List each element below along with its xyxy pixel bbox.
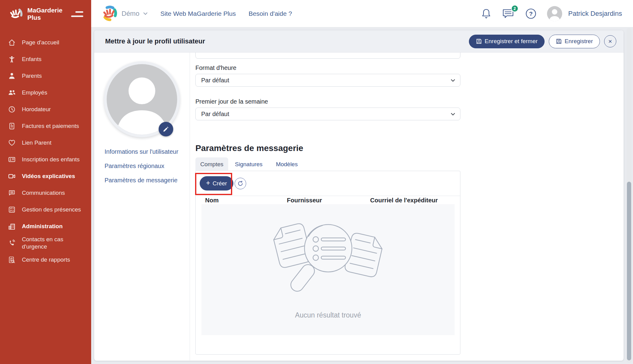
- parent-icon: [8, 72, 16, 80]
- column-courriel: Courriel de l'expéditeur: [370, 197, 438, 204]
- messages-badge: 2: [511, 5, 518, 12]
- employees-icon: [8, 89, 16, 97]
- chevron-down-icon: [451, 79, 455, 82]
- building-icon: [8, 222, 16, 230]
- field-label-premier-jour: Premier jour de la semaine: [195, 98, 624, 105]
- child-icon: [8, 55, 16, 63]
- brand-hands-icon: [8, 6, 24, 22]
- profile-nav-messagerie[interactable]: Paramètres de messagerie: [105, 177, 190, 184]
- field-label-format-heure: Format d'heure: [195, 64, 624, 71]
- chat-icon: [8, 189, 16, 197]
- cutoff-field[interactable]: [195, 53, 460, 59]
- accounts-table-header: Nom Fournisseur Courriel de l'expéditeur: [196, 196, 460, 204]
- sidebar-item-lien-parent[interactable]: Lien Parent: [0, 134, 91, 151]
- id-card-icon: [8, 156, 16, 163]
- heart-icon: [8, 139, 16, 147]
- sidebar-item-inscription[interactable]: Inscription des enfants: [0, 151, 91, 168]
- sidebar-item-communications[interactable]: Communications: [0, 184, 91, 201]
- column-fournisseur: Fournisseur: [287, 197, 322, 204]
- chevron-down-icon: [451, 113, 455, 115]
- refresh-icon: [237, 180, 243, 187]
- close-icon: ×: [608, 38, 612, 45]
- time-format-select[interactable]: Par défaut: [195, 74, 460, 87]
- titlebar: Mettre à jour le profil utilisateur Enre…: [94, 30, 624, 53]
- checklist-icon: [8, 206, 16, 214]
- sidebar-item-factures[interactable]: Factures et paiements: [0, 118, 91, 134]
- sidebar-item-rapports[interactable]: Centre de rapports: [0, 252, 91, 268]
- save-icon: [556, 38, 562, 44]
- tab-modeles[interactable]: Modèles: [269, 157, 304, 171]
- home-icon: [8, 39, 16, 46]
- refresh-button[interactable]: [235, 178, 246, 189]
- sidebar-item-contacts-urgence[interactable]: Contacts en cas d'urgence: [0, 235, 91, 252]
- messages-icon[interactable]: 2: [502, 8, 515, 19]
- empty-results-illustration: [263, 219, 394, 295]
- sidebar-item-horodateur[interactable]: Horodateur: [0, 101, 91, 118]
- notifications-bell-icon[interactable]: [481, 8, 492, 20]
- link-besoin-aide[interactable]: Besoin d'aide ?: [249, 10, 292, 17]
- sidebar-item-administration[interactable]: Administration: [0, 218, 91, 235]
- profile-form-panel: Format d'heure Par défaut Premier jour d…: [190, 53, 624, 360]
- empty-state: Aucun résultat trouvé: [201, 204, 455, 335]
- tab-signatures[interactable]: Signatures: [228, 157, 269, 171]
- brand-name: MaGarderie Plus: [27, 7, 63, 21]
- phone-icon: [8, 239, 16, 247]
- pencil-icon: [163, 126, 169, 132]
- messaging-heading: Paramètres de messagerie: [195, 143, 624, 153]
- org-logo-icon: [101, 5, 118, 22]
- user-name[interactable]: Patrick Desjardins: [568, 10, 622, 18]
- sidebar-item-presences[interactable]: Gestion des présences: [0, 201, 91, 218]
- profile-nav-regionaux[interactable]: Paramètres régionaux: [105, 163, 190, 170]
- page-title: Mettre à jour le profil utilisateur: [105, 37, 205, 45]
- video-icon: [8, 172, 16, 180]
- profile-nav: Informations sur l'utilisateur Paramètre…: [105, 148, 190, 184]
- sidebar-item-parents[interactable]: Parents: [0, 67, 91, 84]
- sidebar-item-accueil[interactable]: Page d'accueil: [0, 34, 91, 51]
- chevron-down-icon: [143, 12, 148, 15]
- help-icon[interactable]: ?: [525, 8, 537, 19]
- first-day-select[interactable]: Par défaut: [195, 108, 460, 120]
- create-button[interactable]: + Créer: [200, 176, 233, 191]
- sidebar-nav: Page d'accueil Enfants Parents Employés …: [0, 34, 91, 268]
- tab-comptes[interactable]: Comptes: [195, 157, 228, 171]
- org-name: Démo: [122, 10, 139, 18]
- scrollbar-track[interactable]: [627, 28, 631, 363]
- empty-results-text: Aucun résultat trouvé: [295, 311, 361, 319]
- column-nom: Nom: [205, 197, 218, 204]
- sidebar-toggle-icon[interactable]: [71, 9, 84, 19]
- save-icon: [476, 38, 482, 44]
- top-header: Démo Site Web MaGarderie Plus Besoin d'a…: [91, 0, 633, 27]
- report-icon: [8, 256, 16, 264]
- sidebar-item-enfants[interactable]: Enfants: [0, 51, 91, 67]
- profile-nav-informations[interactable]: Informations sur l'utilisateur: [105, 148, 190, 155]
- plus-icon: +: [206, 180, 210, 187]
- profile-card: Mettre à jour le profil utilisateur Enre…: [94, 30, 624, 361]
- messaging-tabs: Comptes Signatures Modèles: [195, 157, 624, 171]
- user-avatar[interactable]: [547, 6, 562, 21]
- link-site-web[interactable]: Site Web MaGarderie Plus: [160, 10, 236, 17]
- sidebar-item-employes[interactable]: Employés: [0, 84, 91, 101]
- save-close-button[interactable]: Enregistrer et fermer: [469, 35, 545, 48]
- main-area: Mettre à jour le profil utilisateur Enre…: [91, 27, 633, 364]
- clock-icon: [8, 105, 16, 113]
- edit-avatar-button[interactable]: [159, 122, 173, 136]
- sidebar-item-videos[interactable]: Vidéos explicatives: [0, 168, 91, 184]
- accounts-panel: + Créer Nom Fournisseur Courriel de l'ex…: [195, 171, 460, 355]
- save-button[interactable]: Enregistrer: [549, 35, 600, 48]
- close-button[interactable]: ×: [604, 35, 616, 47]
- org-switcher[interactable]: Démo: [101, 5, 148, 22]
- invoice-icon: [8, 122, 16, 130]
- sidebar: MaGarderie Plus Page d'accueil Enfants P…: [0, 0, 91, 364]
- profile-side-panel: Informations sur l'utilisateur Paramètre…: [94, 53, 190, 360]
- svg-text:?: ?: [529, 11, 533, 17]
- scrollbar-thumb[interactable]: [627, 182, 631, 360]
